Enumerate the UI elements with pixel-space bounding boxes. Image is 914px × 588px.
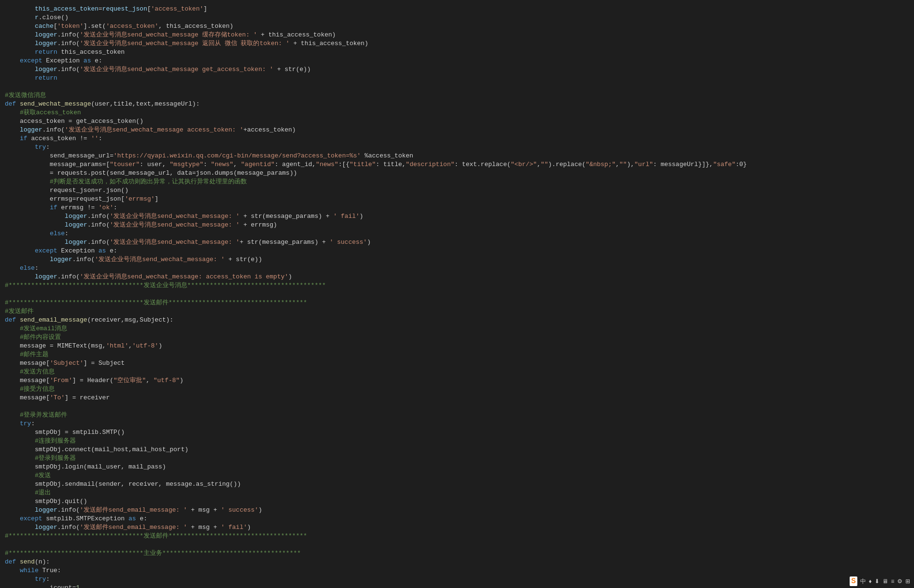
code-line: logger.info('发送企业号消息send_wechat_message:… (5, 221, 914, 229)
code-line (5, 540, 914, 549)
taskbar-icon-screen: 🖥 (882, 578, 888, 585)
code-line: message['Subject'] = Subject (5, 359, 914, 368)
code-line: except Exception as e: (5, 247, 914, 255)
code-line: return (5, 74, 914, 83)
code-line: #************************************发送邮… (5, 532, 914, 540)
code-line: #接受方信息 (5, 385, 914, 394)
code-line: #************************************发送邮… (5, 299, 914, 307)
code-line: #连接到服务器 (5, 437, 914, 445)
code-line: r.close() (5, 13, 914, 22)
taskbar-icon-grid: ⊞ (905, 578, 910, 585)
code-line: #登录并发送邮件 (5, 411, 914, 420)
taskbar-text-zhong: 中 (860, 577, 866, 586)
code-line: try: (5, 575, 914, 584)
code-line: if access_token != '': (5, 134, 914, 143)
code-line: cache['token'].set('access_token', this_… (5, 22, 914, 31)
code-line: message = MIMEText(msg,'html','utf-8') (5, 342, 914, 350)
code-line: #发送微信消息 (5, 91, 914, 100)
code-line: #发送 (5, 471, 914, 480)
code-line: logger.info('发送企业号消息send_wechat_message … (5, 65, 914, 74)
code-line: message_params=["touser": user, "msgtype… (5, 160, 914, 169)
taskbar-icon-lines: ≡ (891, 578, 894, 585)
code-line: #退出 (5, 489, 914, 497)
taskbar-icon-diamond: ♦ (869, 578, 872, 585)
code-line: request_json=r.json() (5, 186, 914, 195)
code-line: else: (5, 229, 914, 238)
code-line: errmsg=request_json['errmsg'] (5, 195, 914, 204)
code-line: smtpObj.quit() (5, 497, 914, 506)
code-line: message['To'] = receiver (5, 394, 914, 402)
code-line: #邮件主题 (5, 350, 914, 359)
code-line (5, 290, 914, 299)
code-line: try: (5, 420, 914, 428)
code-line: #发送方信息 (5, 368, 914, 376)
code-line (5, 402, 914, 411)
code-line: #************************************发送企… (5, 281, 914, 290)
code-line: #************************************主业务… (5, 549, 914, 558)
code-line: logger.info('发送企业号消息send_wechat_message:… (5, 255, 914, 264)
taskbar: S 中 ♦ ⬇ 🖥 ≡ ⚙ ⊞ (846, 575, 914, 588)
code-line: return this_access_token (5, 48, 914, 57)
code-line: smtpObj.connect(mail_host,mail_host_port… (5, 445, 914, 454)
code-container: this_access_token=request_json['access_t… (0, 5, 914, 588)
code-line: if errmsg != 'ok': (5, 204, 914, 212)
code-line: smtpObj = smtplib.SMTP() (5, 428, 914, 437)
code-line: = requests.post(send_message_url, data=j… (5, 169, 914, 178)
code-line: #发送email消息 (5, 324, 914, 333)
code-line: access_token = get_access_token() (5, 117, 914, 126)
code-line: #获取access_token (5, 108, 914, 117)
code-line: def send_wechat_message(user,title,text,… (5, 100, 914, 108)
editor-area: this_access_token=request_json['access_t… (0, 0, 914, 588)
code-line: while True: (5, 566, 914, 575)
code-line: #判断是否发送成功，如不成功则跑出异常，让其执行异常处理里的函数 (5, 178, 914, 186)
code-line: message['From'] = Header("空位审批", "utf-8"… (5, 376, 914, 385)
code-line: logger.info('发送企业号消息send_wechat_message … (5, 31, 914, 39)
code-line: smtpObj.sendmail(sender, receiver, messa… (5, 480, 914, 489)
code-line (5, 83, 914, 91)
code-line: logger.info('发送企业号消息send_wechat_message:… (5, 238, 914, 247)
code-line: def send_email_message(receiver,msg,Subj… (5, 316, 914, 324)
code-line: logger.info('发送企业号消息send_wechat_message … (5, 126, 914, 134)
code-line: icount=1 (5, 584, 914, 588)
code-line: try: (5, 143, 914, 152)
code-line: logger.info('发送邮件send_email_message: ' +… (5, 523, 914, 532)
code-line: logger.info('发送企业号消息send_wechat_message:… (5, 273, 914, 281)
code-line: logger.info('发送企业号消息send_wechat_message:… (5, 212, 914, 221)
code-line: #发送邮件 (5, 307, 914, 316)
code-line: this_access_token=request_json['access_t… (5, 5, 914, 13)
code-line: logger.info('发送邮件send_email_message: ' +… (5, 506, 914, 515)
code-line: logger.info('发送企业号消息send_wechat_message … (5, 39, 914, 48)
code-line: #登录到服务器 (5, 454, 914, 463)
code-line: else: (5, 264, 914, 273)
taskbar-logo-icon: S (850, 576, 857, 586)
taskbar-icon-gear: ⚙ (897, 578, 902, 585)
code-line: except Exception as e: (5, 57, 914, 65)
code-line: def send(n): (5, 558, 914, 566)
code-line: send_message_url='https://qyapi.weixin.q… (5, 152, 914, 160)
taskbar-icon-download: ⬇ (875, 578, 879, 585)
code-line: except smtplib.SMTPException as e: (5, 515, 914, 523)
code-line: #邮件内容设置 (5, 333, 914, 342)
code-line: smtpObj.login(mail_user, mail_pass) (5, 463, 914, 471)
